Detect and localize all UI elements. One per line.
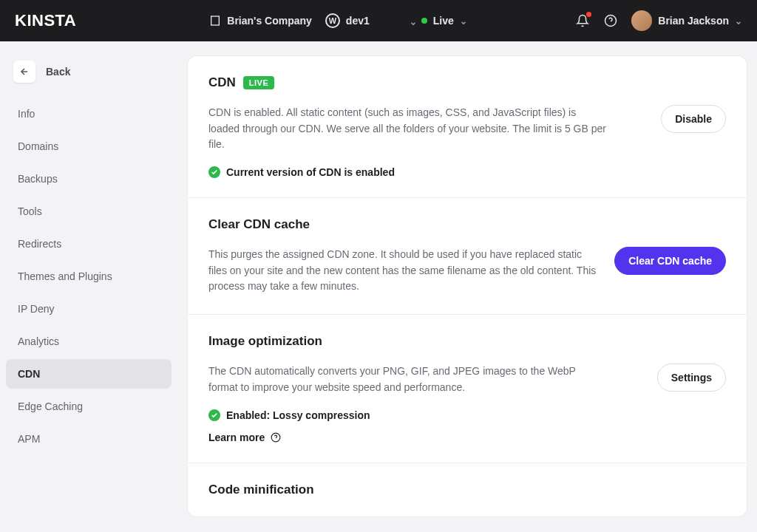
svg-rect-0: [211, 16, 220, 25]
chevron-down-icon[interactable]: [410, 17, 417, 24]
sidebar-item-cdn[interactable]: CDN: [6, 359, 172, 389]
check-circle-icon: [208, 166, 220, 178]
cdn-status: Current version of CDN is enabled: [226, 166, 395, 178]
cdn-description: CDN is enabled. All static content (such…: [208, 105, 608, 153]
back-label: Back: [46, 66, 70, 78]
main-content: CDN LIVE CDN is enabled. All static cont…: [177, 41, 757, 532]
clear-cdn-cache-button[interactable]: Clear CDN cache: [614, 247, 726, 275]
image-optimization-settings-button[interactable]: Settings: [657, 364, 726, 392]
sidebar-item-backups[interactable]: Backups: [6, 164, 172, 194]
learn-more-label: Learn more: [208, 432, 265, 443]
clear-cache-title: Clear CDN cache: [208, 217, 310, 232]
code-minification-section: Code minification: [188, 463, 747, 516]
clear-cache-section: Clear CDN cache This purges the assigned…: [188, 198, 747, 315]
notifications-button[interactable]: [575, 13, 590, 28]
live-badge: LIVE: [243, 76, 274, 89]
sidebar-item-redirects[interactable]: Redirects: [6, 229, 172, 259]
help-circle-icon: [271, 432, 281, 443]
company-name: Brian's Company: [227, 15, 312, 27]
avatar: [631, 10, 652, 31]
sidebar-item-domains[interactable]: Domains: [6, 132, 172, 161]
image-optimization-section: Image optimization The CDN automatically…: [188, 315, 747, 463]
sidebar-item-analytics[interactable]: Analytics: [6, 327, 172, 356]
check-circle-icon: [208, 409, 220, 421]
cdn-title: CDN: [208, 75, 236, 90]
image-optimization-status: Enabled: Lossy compression: [226, 409, 370, 421]
sidebar-item-apm[interactable]: APM: [6, 424, 172, 454]
building-icon: [209, 15, 221, 27]
sidebar-item-edge-caching[interactable]: Edge Caching: [6, 392, 172, 421]
status-dot-icon: [421, 18, 427, 24]
wordpress-icon: W: [325, 13, 340, 28]
code-minification-title: Code minification: [208, 482, 314, 497]
cdn-section: CDN LIVE CDN is enabled. All static cont…: [188, 56, 747, 198]
image-optimization-title: Image optimization: [208, 334, 322, 349]
sidebar: Back Info Domains Backups Tools Redirect…: [0, 41, 177, 532]
site-selector[interactable]: W dev1: [325, 13, 370, 28]
environment-selector[interactable]: Live: [421, 15, 467, 27]
back-button[interactable]: [13, 61, 35, 83]
sidebar-item-themes-plugins[interactable]: Themes and Plugins: [6, 262, 172, 291]
top-header: KINSTA Brian's Company W dev1 Live: [0, 0, 757, 41]
user-name: Brian Jackson: [658, 15, 729, 27]
sidebar-item-info[interactable]: Info: [6, 99, 172, 129]
user-menu[interactable]: Brian Jackson: [631, 10, 742, 31]
image-optimization-description: The CDN automatically converts your PNG,…: [208, 364, 608, 395]
environment-label: Live: [433, 15, 454, 27]
sidebar-item-ip-deny[interactable]: IP Deny: [6, 294, 172, 324]
company-selector[interactable]: Brian's Company: [209, 15, 312, 27]
kinsta-logo: KINSTA: [15, 11, 76, 30]
sidebar-item-tools[interactable]: Tools: [6, 197, 172, 226]
site-name: dev1: [346, 15, 370, 27]
chevron-down-icon: [735, 17, 742, 24]
clear-cache-description: This purges the assigned CDN zone. It sh…: [208, 247, 597, 295]
disable-cdn-button[interactable]: Disable: [661, 105, 726, 133]
chevron-down-icon: [460, 17, 467, 24]
learn-more-link[interactable]: Learn more: [208, 432, 608, 443]
notification-badge-icon: [586, 12, 591, 17]
help-button[interactable]: [603, 13, 618, 28]
